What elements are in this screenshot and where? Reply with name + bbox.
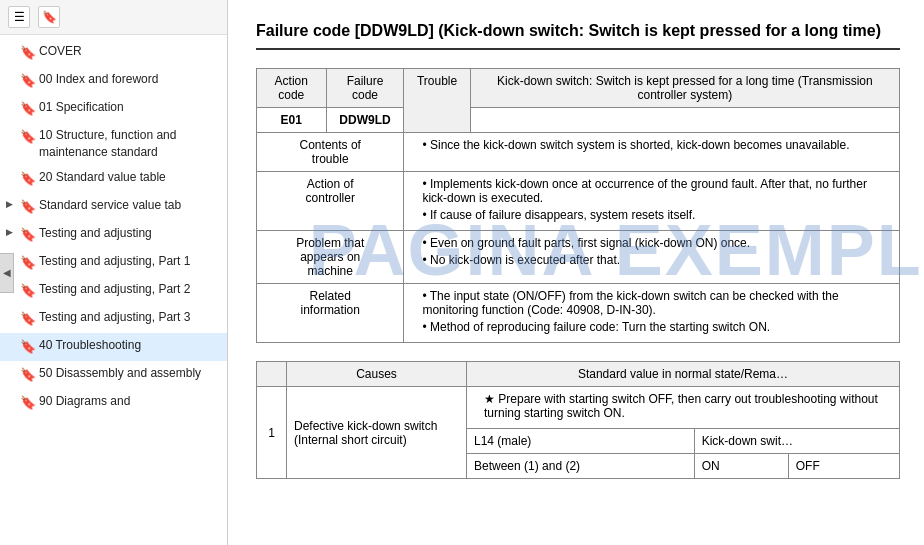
sidebar: ☰ 🔖 🔖 COVER 🔖 00 Index and foreword 🔖 01… (0, 0, 228, 545)
sidebar-label-90-diagrams: 90 Diagrams and (39, 393, 219, 410)
page-title: Failure code [DDW9LD] (Kick-down switch:… (256, 20, 900, 50)
cause-desc: Defective kick-down switch(Internal shor… (287, 387, 467, 479)
row-label-action: Action ofcontroller (257, 172, 404, 231)
sidebar-label-testing-p1: Testing and adjusting, Part 1 (39, 253, 219, 270)
expand-arrow-testing: ▶ (6, 226, 18, 239)
sidebar-label-cover: COVER (39, 43, 219, 60)
table-row-cause-1: 1 Defective kick-down switch(Internal sh… (257, 387, 900, 429)
list-item: Implements kick-down once at occurrence … (412, 177, 891, 205)
row-label-related: Relatedinformation (257, 284, 404, 343)
sidebar-label-01-spec: 01 Specification (39, 99, 219, 116)
col-header-failure-code: Failure code (326, 69, 404, 108)
list-item: Method of reproducing failure code: Turn… (412, 320, 891, 334)
table-row-action: Action ofcontroller Implements kick-down… (257, 172, 900, 231)
sidebar-label-testing-adj: Testing and adjusting (39, 225, 219, 242)
menu-icon[interactable]: ☰ (8, 6, 30, 28)
sidebar-item-90-diagrams[interactable]: 🔖 90 Diagrams and (0, 389, 227, 417)
table-row-contents: Contents oftrouble Since the kick-down s… (257, 133, 900, 172)
row-value-problem: Even on ground fault parts, first signal… (404, 231, 900, 284)
cause-prep: Prepare with starting switch OFF, then c… (467, 387, 900, 429)
causes-col-causes: Causes (287, 362, 467, 387)
arrow-placeholder (6, 44, 18, 57)
bookmark-icon-01: 🔖 (20, 100, 34, 118)
arrow-placeholder-00 (6, 72, 18, 85)
bookmark-icon-testing: 🔖 (20, 226, 34, 244)
sidebar-label-40-trouble: 40 Troubleshooting (39, 337, 219, 354)
causes-col-num (257, 362, 287, 387)
bookmark-icon-90: 🔖 (20, 394, 34, 412)
row-value-related: The input state (ON/OFF) from the kick-d… (404, 284, 900, 343)
bookmark-icon-p2: 🔖 (20, 282, 34, 300)
arrow-placeholder-50 (6, 366, 18, 379)
list-item: Prepare with starting switch OFF, then c… (474, 392, 892, 420)
sidebar-item-50-disassembly[interactable]: 🔖 50 Disassembly and assembly (0, 361, 227, 389)
sidebar-item-10-structure[interactable]: 🔖 10 Structure, function and maintenance… (0, 123, 227, 165)
trouble-detail (470, 108, 899, 133)
cause-off: OFF (788, 454, 899, 479)
arrow-placeholder-10 (6, 128, 18, 141)
bookmark-icon-p3: 🔖 (20, 310, 34, 328)
info-table: Action code Failure code Trouble Kick-do… (256, 68, 900, 343)
row-value-contents: Since the kick-down switch system is sho… (404, 133, 900, 172)
col-header-action-code: Action code (257, 69, 327, 108)
arrow-placeholder-90 (6, 394, 18, 407)
cause-on: ON (694, 454, 788, 479)
sidebar-label-00-index: 00 Index and foreword (39, 71, 219, 88)
list-item: If cause of failure disappears, system r… (412, 208, 891, 222)
sidebar-item-testing-p3[interactable]: 🔖 Testing and adjusting, Part 3 (0, 305, 227, 333)
sidebar-label-std-service: Standard service value tab (39, 197, 219, 214)
causes-col-standard: Standard value in normal state/Rema… (467, 362, 900, 387)
table-row-problem: Problem thatappears onmachine Even on gr… (257, 231, 900, 284)
sidebar-item-testing-adj[interactable]: ▶ 🔖 Testing and adjusting (0, 221, 227, 249)
sidebar-item-20-standard[interactable]: 🔖 20 Standard value table (0, 165, 227, 193)
action-code-value: E01 (257, 108, 327, 133)
sidebar-label-50-disassembly: 50 Disassembly and assembly (39, 365, 219, 382)
sidebar-toolbar: ☰ 🔖 (0, 0, 227, 35)
cause-connector: L14 (male) (467, 429, 695, 454)
row-label-contents: Contents oftrouble (257, 133, 404, 172)
arrow-placeholder-01 (6, 100, 18, 113)
bookmark-icon-cover: 🔖 (20, 44, 34, 62)
bookmark-icon-p1: 🔖 (20, 254, 34, 272)
arrow-placeholder-20 (6, 170, 18, 183)
sidebar-item-00-index[interactable]: 🔖 00 Index and foreword (0, 67, 227, 95)
bookmark-icon-10: 🔖 (20, 128, 34, 146)
bookmark-icon-40: 🔖 (20, 338, 34, 356)
arrow-placeholder-40 (6, 338, 18, 351)
bookmark-toolbar-icon[interactable]: 🔖 (38, 6, 60, 28)
failure-code-value: DDW9LD (326, 108, 404, 133)
list-item: Even on ground fault parts, first signal… (412, 236, 891, 250)
cause-num: 1 (257, 387, 287, 479)
arrow-placeholder-p3 (6, 310, 18, 323)
table-row-related: Relatedinformation The input state (ON/O… (257, 284, 900, 343)
sidebar-item-01-spec[interactable]: 🔖 01 Specification (0, 95, 227, 123)
sidebar-label-testing-p3: Testing and adjusting, Part 3 (39, 309, 219, 326)
list-item: The input state (ON/OFF) from the kick-d… (412, 289, 891, 317)
cause-value-label: Kick-down swit… (694, 429, 899, 454)
expand-arrow-std: ▶ (6, 198, 18, 211)
col-header-trouble-desc: Kick-down switch: Switch is kept pressed… (470, 69, 899, 108)
bookmark-icon-50: 🔖 (20, 366, 34, 384)
sidebar-label-10-structure: 10 Structure, function and maintenance s… (39, 127, 219, 161)
content-area: PAGINA EXEMPLU Failure code [DDW9LD] (Ki… (228, 0, 924, 499)
bookmark-icon-20: 🔖 (20, 170, 34, 188)
causes-table: Causes Standard value in normal state/Re… (256, 361, 900, 479)
sidebar-label-20-standard: 20 Standard value table (39, 169, 219, 186)
main-content: PAGINA EXEMPLU Failure code [DDW9LD] (Ki… (228, 0, 924, 545)
sidebar-collapse-button[interactable]: ◀ (0, 253, 14, 293)
sidebar-item-cover[interactable]: 🔖 COVER (0, 39, 227, 67)
sidebar-item-testing-p2[interactable]: ▶ 🔖 Testing and adjusting, Part 2 (0, 277, 227, 305)
bookmark-icon-00: 🔖 (20, 72, 34, 90)
list-item: No kick-down is executed after that. (412, 253, 891, 267)
sidebar-label-testing-p2: Testing and adjusting, Part 2 (39, 281, 219, 298)
sidebar-item-testing-p1[interactable]: ▶ 🔖 Testing and adjusting, Part 1 (0, 249, 227, 277)
sidebar-item-40-trouble[interactable]: 🔖 40 Troubleshooting (0, 333, 227, 361)
list-item: Since the kick-down switch system is sho… (412, 138, 891, 152)
row-label-problem: Problem thatappears onmachine (257, 231, 404, 284)
bookmark-icon-std: 🔖 (20, 198, 34, 216)
sidebar-item-std-service[interactable]: ▶ 🔖 Standard service value tab (0, 193, 227, 221)
cause-between: Between (1) and (2) (467, 454, 695, 479)
sidebar-list: 🔖 COVER 🔖 00 Index and foreword 🔖 01 Spe… (0, 35, 227, 545)
col-header-trouble: Trouble (404, 69, 470, 133)
row-value-action: Implements kick-down once at occurrence … (404, 172, 900, 231)
